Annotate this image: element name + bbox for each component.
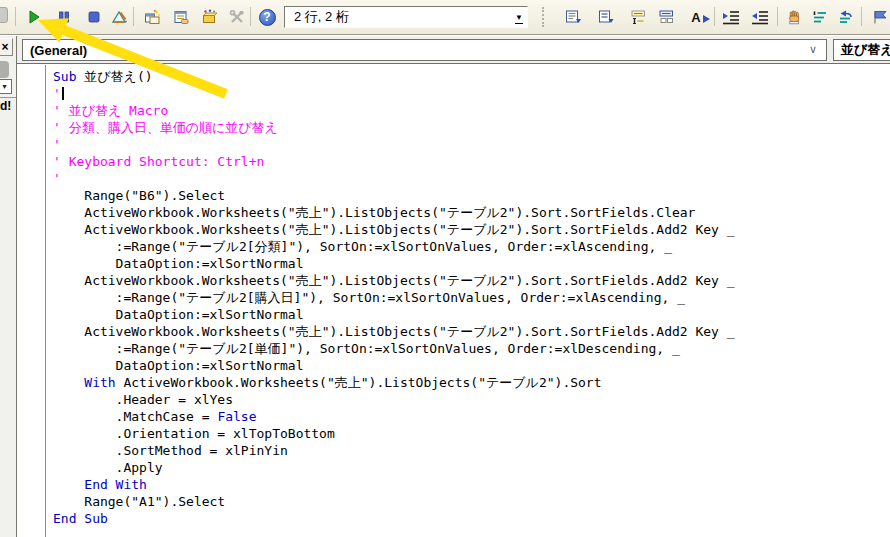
code-line: .MatchCase = False	[53, 408, 890, 425]
toolbar-separator	[714, 7, 715, 26]
code-lines: Sub 並び替え()'' 並び替え Macro' 分類、購入日、単価の順に並び替…	[53, 68, 890, 537]
help-icon: ?	[259, 9, 276, 26]
toolbar-separator	[250, 7, 251, 26]
main-toolbar: ? 2 行, 2 桁 ▼	[0, 0, 890, 35]
panel-clipped-text: d!	[0, 99, 16, 113]
design-mode-icon	[111, 9, 128, 25]
pause-macro-button[interactable]	[52, 5, 76, 29]
list-properties-icon	[565, 9, 582, 25]
procedure-dropdown-value: 並び替え	[841, 41, 890, 59]
code-line: With ActiveWorkbook.Worksheets("売上").Lis…	[53, 374, 890, 391]
code-window-header: (General) ∨ 並び替え	[17, 36, 890, 64]
code-line: End Sub	[53, 510, 890, 527]
code-line: Range("A1").Select	[53, 493, 890, 510]
project-explorer-button[interactable]	[140, 5, 164, 29]
outdent-icon	[751, 9, 769, 25]
code-editor[interactable]: Sub 並び替え()'' 並び替え Macro' 分類、購入日、単価の順に並び替…	[17, 65, 890, 537]
toolbar-separator	[861, 7, 862, 26]
code-line: .SortMethod = xlPinYin	[53, 442, 890, 459]
project-explorer-icon	[144, 9, 161, 25]
code-line: DataOption:=xlSortNormal	[53, 255, 890, 272]
margin-indicator-bar	[45, 65, 46, 537]
list-properties-button[interactable]	[561, 5, 585, 29]
help-button[interactable]: ?	[255, 5, 279, 29]
stop-macro-button[interactable]	[82, 5, 106, 29]
list-constants-icon	[598, 9, 615, 25]
comment-block-icon	[812, 9, 828, 25]
toolbox-button[interactable]	[225, 5, 249, 29]
uncomment-block-icon	[838, 9, 854, 25]
clipped-toolbar-icon[interactable]	[0, 7, 8, 23]
stop-icon	[86, 9, 102, 25]
toolbar-separator	[133, 7, 134, 26]
panel-dropdown-button[interactable]: ▼	[0, 79, 12, 94]
cursor-position-text: 2 行, 2 桁	[294, 8, 349, 26]
code-line: ActiveWorkbook.Worksheets("売上").ListObje…	[53, 323, 890, 340]
code-line: '	[53, 170, 890, 187]
breakpoint-hand-icon	[786, 9, 802, 25]
code-line: Range("B6").Select	[53, 187, 890, 204]
complete-word-icon: A	[691, 11, 700, 24]
parameter-info-icon	[658, 9, 675, 25]
code-line: .Orientation = xlTopToBottom	[53, 425, 890, 442]
object-dropdown-value: (General)	[30, 43, 87, 58]
code-line: ' 並び替え Macro	[53, 102, 890, 119]
toolbox-icon	[229, 9, 245, 25]
indent-button[interactable]	[719, 5, 743, 29]
docked-panel-sliver: × ▼ d!	[0, 36, 17, 537]
panel-close-button[interactable]: ×	[0, 38, 13, 56]
indent-icon	[722, 9, 740, 25]
parameter-info-button[interactable]	[654, 5, 678, 29]
run-macro-button[interactable]	[22, 5, 46, 29]
object-browser-button[interactable]	[197, 5, 221, 29]
design-mode-button[interactable]	[107, 5, 131, 29]
code-line: .Header = xlYes	[53, 391, 890, 408]
dropdown-arrow-icon: ▼	[1, 83, 8, 90]
run-icon	[26, 9, 42, 25]
toolbar-separator	[777, 7, 778, 26]
code-line: DataOption:=xlSortNormal	[53, 357, 890, 374]
code-line: End With	[53, 476, 890, 493]
code-line: ActiveWorkbook.Worksheets("売上").ListObje…	[53, 221, 890, 238]
panel-scroll-thumb[interactable]	[0, 61, 9, 78]
code-line: '	[53, 85, 890, 102]
code-line: ActiveWorkbook.Worksheets("売上").ListObje…	[53, 204, 890, 221]
panel-divider	[0, 97, 16, 98]
code-line: '	[53, 136, 890, 153]
dropdown-arrow-icon[interactable]: ▼	[515, 14, 523, 24]
code-line: :=Range("テーブル2[分類]"), SortOn:=xlSortOnVa…	[53, 238, 890, 255]
code-line: ' 分類、購入日、単価の順に並び替え	[53, 119, 890, 136]
code-line: .Apply	[53, 459, 890, 476]
code-line: :=Range("テーブル2[単価]"), SortOn:=xlSortOnVa…	[53, 340, 890, 357]
comment-block-button[interactable]	[808, 5, 832, 29]
object-dropdown[interactable]: (General) ∨	[22, 39, 827, 61]
close-icon: ×	[1, 40, 8, 54]
code-line: ' Keyboard Shortcut: Ctrl+n	[53, 153, 890, 170]
complete-word-button[interactable]: A	[684, 5, 708, 29]
bookmark-flag-icon	[870, 9, 890, 25]
quick-info-icon	[630, 9, 647, 25]
cursor-position-indicator[interactable]: 2 行, 2 桁 ▼	[284, 6, 528, 28]
toolbar-grip[interactable]	[542, 7, 544, 27]
uncomment-block-button[interactable]	[834, 5, 858, 29]
toolbar-separator	[15, 7, 16, 26]
properties-window-icon	[173, 9, 190, 25]
outdent-button[interactable]	[748, 5, 772, 29]
procedure-dropdown[interactable]: 並び替え	[833, 39, 890, 61]
code-line: Sub 並び替え()	[53, 68, 890, 85]
toggle-breakpoint-button[interactable]	[782, 5, 806, 29]
code-line: DataOption:=xlSortNormal	[53, 306, 890, 323]
object-browser-icon	[201, 9, 218, 25]
quick-info-button[interactable]	[626, 5, 650, 29]
pause-icon	[56, 9, 72, 25]
list-constants-button[interactable]	[594, 5, 618, 29]
toggle-bookmark-button[interactable]	[869, 5, 890, 29]
text-cursor	[62, 87, 64, 100]
code-line: :=Range("テーブル2[購入日]"), SortOn:=xlSortOnV…	[53, 289, 890, 306]
properties-window-button[interactable]	[169, 5, 193, 29]
chevron-down-icon[interactable]: ∨	[809, 43, 817, 56]
code-line: ActiveWorkbook.Worksheets("売上").ListObje…	[53, 272, 890, 289]
